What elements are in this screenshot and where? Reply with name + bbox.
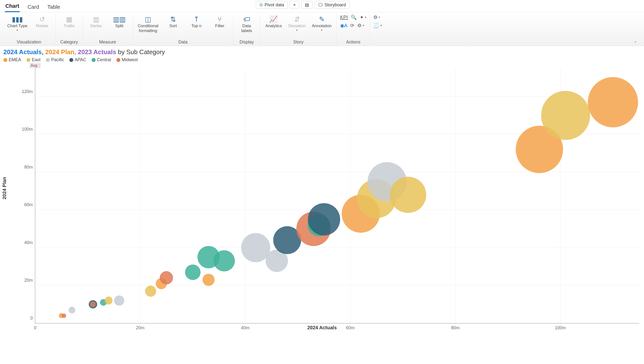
analytics-label: Analytics: [265, 24, 282, 28]
data-labels-button[interactable]: 🏷 Data labels: [237, 14, 257, 35]
legend-item[interactable]: East: [26, 57, 40, 62]
pdf-export-icon[interactable]: 🧾▾: [373, 23, 382, 28]
kpi-button[interactable]: KPI: [340, 15, 348, 20]
x-tick-label: 80m: [451, 325, 460, 330]
ribbon-group-display: 🏷 Data labels Display: [233, 14, 260, 45]
grid-line-horizontal: [35, 285, 639, 285]
gear-icon[interactable]: ⚙▾: [357, 23, 364, 28]
legend-swatch: [26, 58, 30, 62]
analytics-button[interactable]: 📈 Analytics: [264, 14, 284, 29]
bubble[interactable]: [390, 176, 426, 213]
bubble[interactable]: [202, 274, 215, 286]
deviation-button: ⇵ Deviation ▾: [287, 14, 307, 33]
bar-chart-icon: ▮▮▮: [12, 15, 23, 24]
bubble[interactable]: [62, 313, 66, 318]
conditional-formatting-button[interactable]: ◫ Conditional formatting: [136, 14, 160, 35]
bubble[interactable]: [185, 264, 200, 280]
annotation-label: Annotation: [312, 24, 332, 28]
search-icon[interactable]: 🔍: [351, 14, 357, 20]
x-axis-title: 2024 Actuals: [4, 323, 640, 330]
bubble[interactable]: [308, 203, 340, 236]
filter-top-button[interactable]: ⌖: [290, 1, 299, 9]
topn-button[interactable]: ⤒ Top n: [186, 14, 206, 29]
chart-type-label: Chart Type: [7, 24, 28, 28]
x-tick-label: 20m: [136, 325, 144, 330]
bubble[interactable]: [588, 77, 638, 127]
split-button[interactable]: ▥▥ Split: [110, 14, 129, 29]
sort-label: Sort: [169, 24, 177, 28]
title-part-plan24: 2024 Plan,: [45, 48, 76, 56]
x-tick-label: 40m: [241, 325, 250, 330]
series-icon: ▥: [93, 15, 99, 24]
chart-type-button[interactable]: ▮▮▮ Chart Type ▾: [6, 14, 29, 33]
ribbon-collapse-button[interactable]: ⌄: [629, 37, 642, 45]
x-tick-label: 100m: [555, 325, 566, 330]
rotate-button: ↺ Rotate: [32, 14, 52, 29]
title-part-actuals24: 2024 Actuals,: [4, 48, 44, 56]
brush-icon[interactable]: ✦▾: [360, 14, 366, 20]
bubble[interactable]: [114, 295, 124, 305]
bubble[interactable]: [145, 286, 156, 297]
ribbon-group-export: ⚙▾ 🧾▾: [370, 14, 385, 45]
legend-item[interactable]: EMEA: [4, 57, 21, 62]
conditional-icon: ◫: [145, 15, 151, 24]
group-label-actions: Actions: [340, 39, 366, 45]
bubble[interactable]: [160, 271, 173, 285]
title-part-rest: by Sub Category: [118, 48, 165, 56]
chevron-down-icon: ▾: [296, 28, 298, 32]
tab-table[interactable]: Table: [47, 3, 61, 12]
grid-line-horizontal: [35, 323, 639, 323]
legend-label: Pacific: [51, 57, 64, 62]
group-label-display: Display: [237, 39, 257, 45]
series-button: ▥ Series: [86, 14, 106, 29]
legend-item[interactable]: APAC: [69, 57, 86, 62]
legend-item[interactable]: Pacific: [46, 57, 64, 62]
legend-swatch: [46, 58, 50, 62]
refresh-icon[interactable]: ⟳: [350, 23, 354, 28]
legend-swatch: [116, 58, 120, 62]
grid-line-horizontal: [35, 172, 639, 172]
y-tick-label: 120m: [18, 89, 33, 94]
plot-area[interactable]: 020m40m60m80m100m020m40m60m80m100m120m: [35, 68, 639, 323]
top-actions: ⧉ Pivot data ⌖ ▤ 🖵 Storyboard: [256, 1, 350, 9]
analytics-icon: 📈: [269, 15, 278, 24]
circle-a-icon[interactable]: ◉A: [340, 23, 347, 28]
settings-export-icon[interactable]: ⚙▾: [373, 14, 380, 20]
layout-top-button[interactable]: ▤: [301, 1, 313, 9]
group-label-category: Category: [59, 39, 79, 45]
split-label: Split: [115, 24, 123, 28]
tab-chart[interactable]: Chart: [5, 2, 20, 12]
bubble[interactable]: [105, 297, 112, 304]
pivot-data-label: Pivot data: [265, 3, 284, 8]
ribbon-group-category: ▦ Trellis Category: [56, 14, 83, 45]
tab-card[interactable]: Card: [27, 3, 40, 12]
storyboard-button[interactable]: 🖵 Storyboard: [314, 1, 350, 9]
bubble[interactable]: [90, 302, 96, 307]
topn-label: Top n: [192, 24, 202, 28]
chevron-down-icon: ▾: [16, 28, 18, 32]
filter-icon: ⑂: [218, 15, 222, 24]
rotate-label: Rotate: [36, 24, 48, 28]
sort-icon: ⇅: [170, 15, 176, 24]
ribbon-group-visualization: ▮▮▮ Chart Type ▾ ↺ Rotate Visualization: [2, 14, 56, 45]
filter-button[interactable]: ⑂ Filter: [210, 14, 230, 29]
bubble[interactable]: [214, 250, 235, 271]
bubble[interactable]: [541, 91, 590, 140]
deviation-icon: ⇵: [294, 15, 300, 24]
legend-label: Midwest: [122, 57, 138, 62]
pivot-data-button[interactable]: ⧉ Pivot data: [256, 1, 288, 9]
trellis-label: Trellis: [64, 24, 74, 28]
pivot-icon: ⧉: [260, 3, 263, 8]
annotation-button[interactable]: ✎ Annotation ▾: [310, 14, 333, 33]
sort-button[interactable]: ⇅ Sort: [163, 14, 183, 29]
legend-swatch: [92, 58, 96, 62]
legend-item[interactable]: Central: [92, 57, 111, 62]
group-label-data: Data: [136, 39, 230, 45]
legend-label: East: [32, 57, 40, 62]
legend-item[interactable]: Midwest: [116, 57, 138, 62]
y-axis-title: 2024 Plan: [2, 177, 7, 199]
legend: EMEAEastPacificAPACCentralMidwest: [0, 56, 644, 63]
bubble[interactable]: [69, 307, 76, 313]
y-tick-label: 80m: [18, 164, 33, 169]
group-label-visualization: Visualization: [6, 39, 52, 45]
